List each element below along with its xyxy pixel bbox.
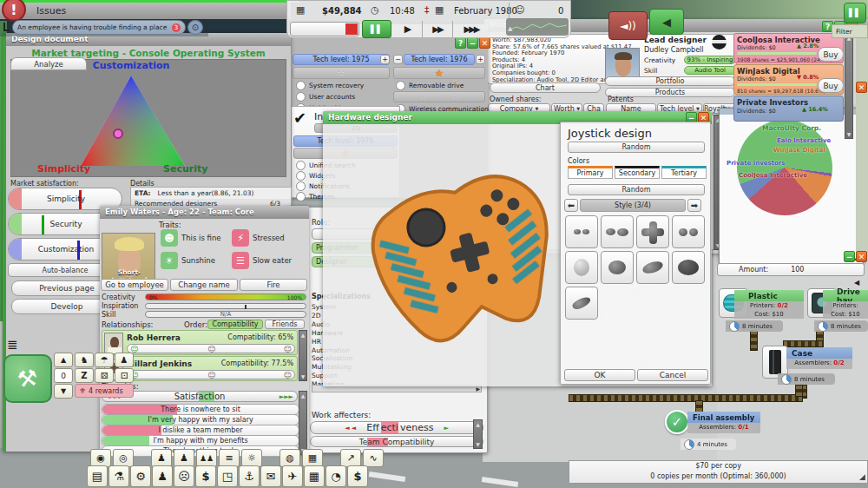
scroll-down-icon[interactable]: ▼ bbox=[476, 441, 480, 447]
goto-employee-button[interactable]: Go to employee bbox=[101, 279, 168, 291]
case-header[interactable]: Case bbox=[786, 347, 852, 359]
style-option-3[interactable] bbox=[636, 215, 669, 248]
toolbar-growth[interactable]: ↗ bbox=[340, 449, 361, 467]
dock-vehicle-button[interactable]: ♞ bbox=[75, 353, 94, 367]
toolbar-finance[interactable]: $ bbox=[347, 465, 368, 487]
relationship-slider[interactable]: ☺ ☺ ☺ bbox=[127, 344, 295, 353]
feature-user-accounts[interactable]: User accounts bbox=[296, 92, 355, 102]
minimize-button[interactable]: − bbox=[844, 251, 855, 262]
feature-system-recovery[interactable]: System recovery bbox=[296, 81, 364, 90]
ok-button[interactable]: OK bbox=[564, 369, 635, 381]
close-button[interactable]: ✕ bbox=[856, 82, 867, 93]
tech-level-1975-header[interactable]: Tech level: 1975 bbox=[293, 54, 390, 65]
next-arrow[interactable]: ► bbox=[444, 425, 448, 432]
toolbar-disc[interactable]: ◎ bbox=[113, 449, 134, 467]
mute-button[interactable]: ◄)) bbox=[608, 11, 648, 40]
style-option-2[interactable] bbox=[601, 215, 634, 248]
checkbox-icon[interactable] bbox=[296, 181, 306, 191]
toolbar-world-disc[interactable]: ◍ bbox=[279, 449, 300, 467]
dock-dice-button[interactable]: ⚄ bbox=[95, 368, 114, 383]
dock-umbrella-button[interactable]: ☂ bbox=[95, 353, 114, 367]
effectiveness-row[interactable]: ◄ ◄ Effectiveness ► bbox=[310, 421, 483, 434]
build-tools-button[interactable]: ⚒ bbox=[3, 354, 52, 403]
cancel-button[interactable]: Cancel bbox=[637, 369, 708, 381]
pause-button[interactable]: ▌▌ bbox=[362, 20, 391, 38]
market-triangle[interactable] bbox=[11, 60, 287, 178]
toolbar-disc-globe[interactable]: ◉ bbox=[90, 449, 111, 467]
notification-pill[interactable]: An employee is having trouble finding a … bbox=[12, 20, 186, 35]
checkbox-icon[interactable] bbox=[396, 81, 405, 90]
toolbar-idea[interactable]: ☼ bbox=[241, 449, 262, 467]
dock-crate-button[interactable]: ⚀ bbox=[115, 368, 134, 383]
style-option-9[interactable] bbox=[565, 287, 598, 320]
scroll-up-icon[interactable]: ▲ bbox=[476, 421, 480, 427]
toolbar-salary[interactable]: $ bbox=[195, 465, 216, 487]
checkbox-icon[interactable] bbox=[296, 171, 306, 181]
issues-bar[interactable]: Issues bbox=[0, 3, 291, 19]
analyze-tab[interactable]: Analyze bbox=[10, 57, 87, 70]
style-prev-button[interactable]: ⬅ bbox=[564, 199, 578, 212]
random-button-2[interactable]: Random bbox=[568, 184, 705, 195]
plastic-header[interactable]: Plastic bbox=[734, 290, 804, 301]
tech-plus-button[interactable]: + bbox=[380, 55, 390, 64]
rewards-badge[interactable]: ⚜ 4 rewards bbox=[75, 384, 134, 398]
toolbar-employee[interactable]: ♟ bbox=[151, 449, 172, 467]
team-compatibility-row[interactable]: Team Compatibility bbox=[310, 436, 483, 447]
prev-arrows[interactable]: ◄ ◄ bbox=[345, 425, 356, 432]
amount-input[interactable]: 100 bbox=[791, 266, 804, 274]
stock-card-private[interactable]: Private Investors Dividends: $0 ▲ 16.4% bbox=[733, 96, 844, 122]
minimize-button[interactable]: − bbox=[467, 37, 478, 49]
toolbar-calendar[interactable]: ▦ bbox=[304, 465, 325, 487]
feature-removable-drive[interactable]: Removable drive bbox=[396, 81, 464, 90]
floor-down-button[interactable]: ▼ bbox=[54, 384, 73, 399]
final-assembly-node[interactable]: ✓ Final assembly Assemblers: 0/1 4 minut… bbox=[665, 410, 769, 455]
scroll-up-icon[interactable]: ▲ bbox=[301, 332, 306, 338]
help-button[interactable]: ? bbox=[455, 37, 466, 49]
toolbar-company[interactable]: ▦ bbox=[302, 449, 323, 467]
toolbar-publisher[interactable]: ✈ bbox=[282, 465, 303, 487]
tech-minus-button[interactable]: − bbox=[393, 55, 403, 64]
style-option-8[interactable] bbox=[672, 251, 705, 284]
toolbar-network[interactable]: ≡ bbox=[219, 449, 240, 467]
order-friends-chip[interactable]: Friends bbox=[265, 320, 305, 329]
music-pause-button[interactable]: ▌▌ bbox=[844, 3, 866, 23]
relationships-scrollbar[interactable]: ▲▼ bbox=[299, 330, 307, 381]
toolbar-documents[interactable]: ▤ bbox=[87, 465, 108, 487]
checkbox-icon[interactable] bbox=[296, 92, 306, 102]
fire-button[interactable]: Fire bbox=[240, 279, 307, 291]
thoughts-scrollbar[interactable]: ▲▼ bbox=[299, 391, 307, 455]
relationship-slider[interactable]: ☺ ☺ ☺ bbox=[127, 370, 295, 379]
dismiss-eye-button[interactable]: ⊙ bbox=[187, 20, 203, 35]
tab-secondary[interactable]: Secondary bbox=[615, 166, 660, 179]
drive-header[interactable]: Drive bay bbox=[823, 290, 868, 301]
close-button[interactable]: ✕ bbox=[856, 251, 867, 262]
style-next-button[interactable]: ➡ bbox=[687, 199, 701, 212]
style-option-5[interactable] bbox=[565, 251, 598, 284]
toolbar-product[interactable]: ◳ bbox=[217, 465, 238, 487]
play-button[interactable]: ▶ bbox=[397, 20, 419, 38]
stock-card-cooljosa[interactable]: CoolJosa Interactive Dividends: $0 ▲ 2.8… bbox=[733, 33, 844, 63]
toolbar-mail[interactable]: ✉ bbox=[260, 465, 281, 487]
dock-sleep-button[interactable]: Z bbox=[75, 368, 94, 383]
game-progress-track[interactable] bbox=[290, 22, 359, 36]
toolbar-chart[interactable]: ∿ bbox=[363, 449, 384, 467]
tech-plus-button[interactable]: + bbox=[476, 55, 485, 64]
controller-preview[interactable] bbox=[342, 146, 576, 380]
checkbox-icon[interactable] bbox=[296, 192, 306, 201]
tab-primary[interactable]: Primary bbox=[568, 166, 613, 179]
floor-up-button[interactable]: ▲ bbox=[54, 353, 73, 367]
collapse-left-button[interactable]: ◀ bbox=[649, 9, 684, 35]
style-option-7[interactable] bbox=[636, 251, 669, 284]
toolbar-mood[interactable]: ☹ bbox=[174, 465, 194, 487]
layers-icon[interactable]: ≣ bbox=[7, 337, 18, 353]
tech-level-1976-header[interactable]: Tech level: 1976 bbox=[404, 54, 475, 65]
toolbar-research[interactable]: ⚗ bbox=[108, 465, 129, 487]
style-option-4[interactable] bbox=[672, 215, 705, 248]
random-button[interactable]: Random bbox=[568, 142, 705, 153]
buy-button[interactable]: Buy bbox=[818, 47, 844, 62]
buy-button[interactable]: Buy bbox=[818, 78, 844, 93]
style-option-1[interactable] bbox=[565, 215, 598, 248]
employee-titlebar[interactable]: Emily Waters - Age: 22 - Team: Core bbox=[100, 206, 309, 219]
order-compatibility-chip[interactable]: Compatibility bbox=[207, 320, 263, 329]
portfolio-button[interactable]: Portfolio bbox=[605, 76, 735, 86]
